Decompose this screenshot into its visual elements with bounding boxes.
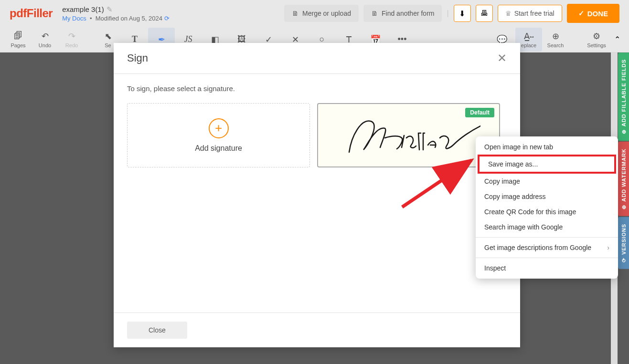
modified-date: Modified on Aug 5, 2024 (96, 15, 162, 22)
ctx-separator (476, 237, 618, 238)
pages-label: Pages (11, 42, 25, 48)
trial-label: Start free trial (514, 10, 554, 17)
side-tabs: ⊕ ADD FILLABLE FIELDS ⊕ ADD WATERMARK ⟳ … (618, 52, 629, 269)
undo-icon: ↶ (42, 31, 49, 42)
replace-icon: A̲ꟷ (524, 31, 534, 42)
doc-info: example 3(1) ✎ My Docs • Modified on Aug… (62, 5, 169, 22)
ctx-qr-code[interactable]: Create QR Code for this image (476, 204, 618, 219)
ctx-open-new-tab[interactable]: Open image in new tab (476, 139, 618, 155)
close-button[interactable]: Close (127, 322, 187, 339)
versions-tab-label: VERSIONS (621, 224, 627, 255)
fields-tab-label: ADD FILLABLE FIELDS (621, 59, 627, 126)
cursor-icon: ⬉ (105, 31, 112, 42)
add-signature-card[interactable]: + Add signature (127, 103, 310, 167)
modal-title: Sign (127, 52, 148, 64)
select-label: Se (105, 42, 111, 48)
undo-tool[interactable]: ↶ Undo (32, 28, 58, 52)
gear-icon: ⚙ (593, 31, 600, 42)
add-fillable-fields-tab[interactable]: ⊕ ADD FILLABLE FIELDS (618, 52, 629, 141)
doc-meta: My Docs • Modified on Aug 5, 2024 ⟳ (62, 15, 169, 22)
search-icon: ⊕ (552, 31, 559, 42)
ctx-copy-address[interactable]: Copy image address (476, 189, 618, 204)
crown-icon: ♕ (505, 10, 512, 17)
add-icon: + (209, 118, 229, 138)
app-header: pdfFiller example 3(1) ✎ My Docs • Modif… (0, 0, 629, 27)
check-icon: ✓ (578, 9, 585, 18)
done-button[interactable]: ✓ DONE (567, 4, 619, 23)
logo: pdfFiller (10, 7, 53, 20)
done-label: DONE (587, 10, 608, 18)
doc-title-row: example 3(1) ✎ (62, 5, 169, 14)
ctx-search-google[interactable]: Search image with Google (476, 219, 618, 235)
clock-icon: ⟳ (620, 258, 627, 262)
my-docs-link[interactable]: My Docs (62, 15, 86, 22)
merge-label: Merge or upload (302, 10, 351, 17)
settings-label: Settings (587, 42, 606, 48)
chevron-up-icon: ⌃ (614, 35, 620, 44)
context-menu: Open image in new tab Save image as... C… (476, 136, 618, 279)
undo-label: Undo (39, 42, 51, 48)
download-button[interactable]: ⬇ (454, 5, 471, 22)
add-watermark-tab[interactable]: ⊕ ADD WATERMARK (618, 142, 629, 216)
ctx-separator (476, 258, 618, 258)
start-trial-button[interactable]: ♕ Start free trial (498, 5, 562, 22)
search-label: Search (547, 42, 564, 48)
download-icon: ⬇ (459, 9, 465, 18)
sign-modal: Sign ✕ To sign, please select a signatur… (114, 43, 520, 347)
replace-label: eplace (521, 42, 536, 48)
ctx-image-descriptions[interactable]: Get image descriptions from Google › (476, 240, 618, 255)
close-icon: ✕ (497, 52, 507, 64)
pages-icon: 🗐 (14, 31, 22, 42)
print-icon: 🖶 (480, 9, 488, 18)
signature-preview[interactable]: Default ✎ (317, 103, 500, 167)
find-label: Find another form (382, 10, 435, 17)
ctx-desc-label: Get image descriptions from Google (484, 244, 591, 251)
find-form-button[interactable]: 🗎 Find another form (363, 5, 442, 22)
edit-icon[interactable]: ✎ (107, 5, 113, 14)
settings-tool[interactable]: ⚙ Settings (583, 28, 610, 52)
modal-close-button[interactable]: ✕ (497, 52, 507, 65)
ctx-inspect[interactable]: Inspect (476, 260, 618, 276)
modal-prompt: To sign, please select a signature. (127, 84, 507, 93)
plus-icon: ⊕ (620, 129, 627, 134)
signature-row: + Add signature Default ✎ (127, 103, 507, 167)
redo-icon: ↷ (68, 31, 75, 42)
modal-body: To sign, please select a signature. + Ad… (114, 74, 520, 312)
header-buttons: 🗎 Merge or upload 🗎 Find another form | … (284, 4, 619, 23)
add-signature-label: Add signature (195, 144, 242, 153)
ctx-copy-image[interactable]: Copy image (476, 174, 618, 189)
watermark-tab-label: ADD WATERMARK (621, 148, 627, 202)
ctx-save-image-as[interactable]: Save image as... (478, 155, 616, 174)
merge-upload-button[interactable]: 🗎 Merge or upload (284, 5, 359, 22)
chevron-right-icon: › (607, 244, 609, 251)
history-icon[interactable]: ⟳ (164, 15, 170, 22)
modal-header: Sign ✕ (114, 43, 520, 74)
collapse-toolbar[interactable]: ⌃ (610, 32, 624, 47)
modal-footer: Close (114, 312, 520, 347)
redo-label: Redo (65, 42, 78, 48)
print-button[interactable]: 🖶 (476, 5, 493, 22)
document-icon: 🗎 (371, 10, 378, 17)
default-badge: Default (465, 108, 494, 117)
document-icon: 🗎 (292, 10, 299, 17)
redo-tool[interactable]: ↷ Redo (58, 28, 85, 52)
search-tool[interactable]: ⊕ Search (542, 28, 569, 52)
versions-tab[interactable]: ⟳ VERSIONS (618, 217, 629, 269)
doc-title: example 3(1) (62, 5, 104, 13)
pages-tool[interactable]: 🗐 Pages (5, 28, 32, 52)
signature-svg (337, 112, 480, 159)
plus-icon: ⊕ (620, 205, 627, 209)
